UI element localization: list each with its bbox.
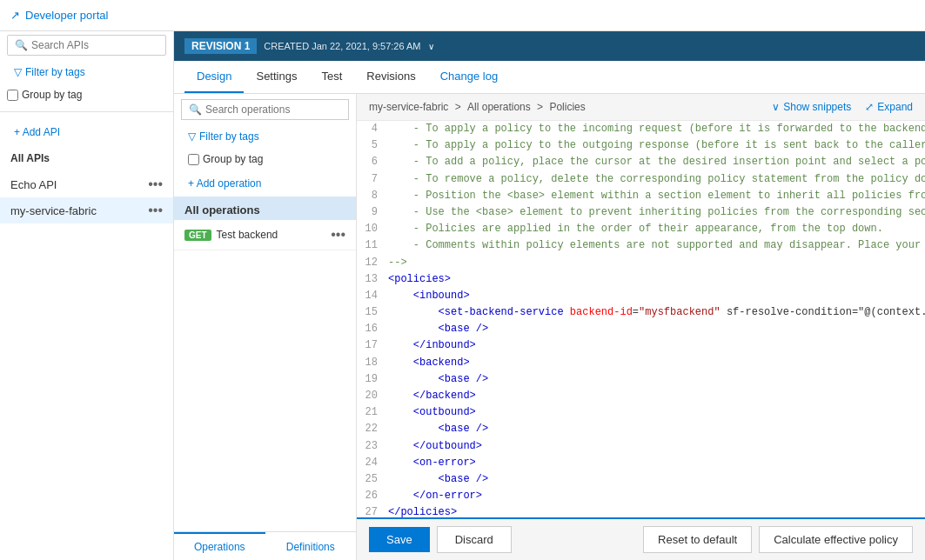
calculate-button[interactable]: Calculate effective policy [759, 526, 913, 553]
add-api-button[interactable]: + Add API [7, 123, 166, 142]
code-line: 7 - To remove a policy, delete the corre… [357, 171, 925, 188]
tab-revisions[interactable]: Revisions [354, 61, 427, 93]
line-number: 21 [357, 404, 388, 421]
tabs-bar: Design Settings Test Revisions Change lo… [174, 61, 925, 94]
code-line: 14 <inbound> [357, 288, 925, 304]
code-line: 16 <base /> [357, 321, 925, 337]
expand-button[interactable]: ⤢ Expand [865, 101, 913, 113]
ops-group-by-tag[interactable]: Group by tag [181, 150, 349, 169]
code-line: 12--> [357, 255, 925, 271]
code-line: 10 - Policies are applied in the order o… [357, 221, 925, 237]
line-content: </backend> [388, 388, 925, 404]
code-editor[interactable]: 4 - To apply a policy to the incoming re… [357, 121, 925, 517]
line-number: 15 [357, 304, 388, 321]
code-line: 22 <base /> [357, 421, 925, 437]
add-operation-button[interactable]: + Add operation [181, 174, 349, 193]
portal-link[interactable]: Developer portal [25, 9, 108, 22]
line-number: 19 [357, 371, 388, 388]
line-content: - To add a policy, place the cursor at t… [388, 154, 925, 170]
line-number: 22 [357, 421, 388, 437]
ops-panel: 🔍 ▽ Filter by tags Group by tag + Add op… [174, 94, 357, 560]
line-content: <base /> [388, 371, 925, 388]
line-content: - Position the <base> element within a s… [388, 188, 925, 204]
sidebar-item-echo-api[interactable]: Echo API ••• [0, 171, 173, 197]
ops-item-ellipsis[interactable]: ••• [331, 227, 345, 243]
tab-operations[interactable]: Operations [174, 532, 265, 560]
code-line: 11 - Comments within policy elements are… [357, 237, 925, 254]
sidebar-item-my-service-fabric[interactable]: my-service-fabric ••• [0, 197, 173, 223]
line-number: 10 [357, 221, 388, 237]
filter-icon: ▽ [14, 66, 22, 78]
search-apis-box[interactable]: 🔍 [7, 35, 166, 56]
code-line: 6 - To add a policy, place the cursor at… [357, 154, 925, 170]
reset-button[interactable]: Reset to default [643, 526, 752, 553]
tab-design[interactable]: Design [184, 61, 244, 93]
line-number: 11 [357, 237, 388, 254]
code-line: 17 </inbound> [357, 337, 925, 354]
code-line: 21 <outbound> [357, 404, 925, 421]
line-number: 9 [357, 204, 388, 221]
search-ops-box[interactable]: 🔍 [181, 99, 349, 120]
line-content: <policies> [388, 271, 925, 288]
editor-controls: ∨ Show snippets ⤢ Expand [772, 101, 913, 113]
ops-group-checkbox[interactable] [188, 154, 199, 165]
show-snippets-button[interactable]: ∨ Show snippets [772, 101, 851, 113]
ops-filter-tags[interactable]: ▽ Filter by tags [181, 127, 349, 146]
topbar: ↗ Developer portal [0, 0, 925, 31]
line-number: 25 [357, 471, 388, 488]
all-apis-title: All APIs [0, 145, 173, 171]
line-number: 17 [357, 337, 388, 354]
line-content: </policies> [388, 504, 925, 517]
line-content: <base /> [388, 471, 925, 488]
ops-filter-icon: ▽ [188, 130, 196, 143]
line-content: - To apply a policy to the outgoing resp… [388, 137, 925, 154]
group-by-tag-checkbox[interactable] [7, 90, 18, 101]
line-number: 8 [357, 188, 388, 204]
search-apis-input[interactable] [31, 39, 158, 51]
operation-test-backend[interactable]: GET Test backend ••• [174, 220, 356, 250]
service-fabric-ellipsis[interactable]: ••• [148, 203, 163, 218]
tab-test[interactable]: Test [309, 61, 354, 93]
line-number: 12 [357, 255, 388, 271]
tab-definitions[interactable]: Definitions [265, 532, 357, 560]
line-content: </inbound> [388, 337, 925, 354]
sidebar: 🔍 ▽ Filter by tags Group by tag + Add AP… [0, 31, 174, 560]
line-content: - Use the <base> element to prevent inhe… [388, 204, 925, 221]
group-by-tag[interactable]: Group by tag [7, 89, 166, 101]
filter-by-tags[interactable]: ▽ Filter by tags [7, 63, 166, 82]
revision-bar: REVISION 1 CREATED Jan 22, 2021, 9:57:26… [174, 31, 925, 61]
expand-icon: ⤢ [865, 101, 874, 113]
line-content: </outbound> [388, 438, 925, 455]
ops-search-icon: 🔍 [189, 103, 202, 116]
code-line: 20 </backend> [357, 388, 925, 404]
line-number: 16 [357, 321, 388, 337]
line-content: <on-error> [388, 455, 925, 471]
discard-button[interactable]: Discard [437, 526, 512, 553]
line-number: 20 [357, 388, 388, 404]
code-line: 13<policies> [357, 271, 925, 288]
line-content: - Policies are applied in the order of t… [388, 221, 925, 237]
line-number: 4 [357, 121, 388, 137]
line-content: <base /> [388, 421, 925, 437]
line-content: - To remove a policy, delete the corresp… [388, 171, 925, 188]
line-content: <inbound> [388, 288, 925, 304]
save-button[interactable]: Save [369, 527, 430, 552]
line-number: 14 [357, 288, 388, 304]
line-number: 24 [357, 455, 388, 471]
echo-api-ellipsis[interactable]: ••• [148, 177, 163, 192]
editor-area: my-service-fabric > All operations > Pol… [357, 94, 925, 560]
get-method-badge: GET [184, 230, 211, 241]
tab-changelog[interactable]: Change log [428, 61, 511, 93]
line-content: - Comments within policy elements are no… [388, 237, 925, 254]
line-content: --> [388, 255, 925, 271]
breadcrumb: my-service-fabric > All operations > Pol… [369, 101, 586, 113]
tab-settings[interactable]: Settings [244, 61, 309, 93]
code-line: 26 </on-error> [357, 488, 925, 504]
line-number: 7 [357, 171, 388, 188]
code-line: 5 - To apply a policy to the outgoing re… [357, 137, 925, 154]
action-bar: Save Discard Reset to default Calculate … [357, 517, 925, 560]
code-line: 18 <backend> [357, 355, 925, 371]
line-number: 18 [357, 355, 388, 371]
revision-chevron[interactable]: ∨ [428, 42, 434, 51]
search-ops-input[interactable] [205, 103, 341, 116]
